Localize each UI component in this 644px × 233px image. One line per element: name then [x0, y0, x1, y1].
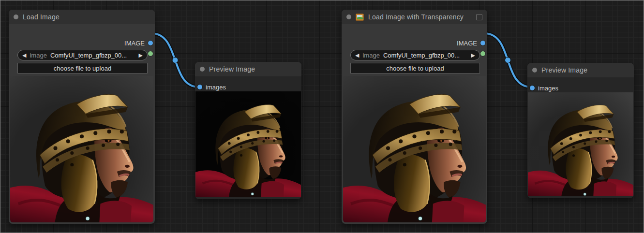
picture-icon	[356, 14, 364, 21]
mask-output-dot[interactable]	[148, 51, 153, 56]
collapse-dot[interactable]	[200, 67, 205, 72]
node-graph-canvas[interactable]: Load Image IMAGE MASK ◀ image ComfyUI_te…	[0, 0, 644, 233]
link-wire-left[interactable]	[151, 33, 199, 87]
node-title: Load Image with Transparency	[368, 13, 464, 21]
node-header[interactable]: Preview Image	[527, 63, 634, 77]
node-preview-image-left[interactable]: Preview Image images	[195, 62, 301, 199]
node-header[interactable]: Preview Image	[195, 62, 301, 76]
node-header[interactable]: Load Image with Transparency	[342, 10, 487, 24]
image-combo-widget[interactable]: ◀ image ComfyUI_temp_gfbzp_00... ▶	[17, 50, 148, 60]
image-combo-widget[interactable]: ◀ image ComfyUI_temp_gfbzp_00... ▶	[350, 50, 480, 60]
collapse-dot[interactable]	[532, 68, 537, 73]
node-header[interactable]: Load Image	[9, 10, 155, 24]
combo-next-icon[interactable]: ▶	[139, 53, 143, 58]
input-slot-label: images	[538, 85, 558, 92]
images-input-dot[interactable]	[530, 86, 535, 90]
combo-prev-icon[interactable]: ◀	[22, 53, 26, 58]
combo-label: image	[362, 52, 379, 59]
output-slot-image[interactable]: IMAGE	[457, 39, 485, 47]
node-title: Preview Image	[209, 65, 255, 73]
image-output-dot[interactable]	[480, 41, 485, 45]
node-title: Preview Image	[541, 66, 587, 74]
preview-image-thumbnail	[195, 91, 301, 197]
choose-file-button[interactable]: choose file to upload	[350, 63, 480, 73]
link-midpoint-dot	[172, 58, 178, 63]
link-midpoint-dot	[505, 58, 511, 63]
node-title: Load Image	[23, 13, 60, 21]
combo-value: ComfyUI_temp_gfbzp_00...	[383, 52, 460, 59]
node-preview-image-right[interactable]: Preview Image images	[527, 63, 634, 198]
combo-next-icon[interactable]: ▶	[471, 53, 475, 58]
input-slot-images[interactable]: images	[530, 84, 558, 92]
collapse-dot[interactable]	[14, 15, 18, 19]
combo-value: ComfyUI_temp_gfbzp_00...	[50, 52, 127, 59]
input-slot-label: images	[206, 84, 226, 91]
combo-prev-icon[interactable]: ◀	[355, 53, 359, 58]
mask-output-dot[interactable]	[480, 51, 485, 56]
node-load-image[interactable]: Load Image IMAGE MASK ◀ image ComfyUI_te…	[9, 10, 155, 224]
link-wire-right[interactable]	[484, 33, 531, 87]
node-image-thumbnail	[10, 76, 153, 222]
collapse-dot[interactable]	[346, 15, 351, 19]
output-slot-label: IMAGE	[457, 40, 477, 47]
choose-file-button[interactable]: choose file to upload	[17, 63, 148, 73]
header-checkbox[interactable]	[476, 14, 482, 20]
image-output-dot[interactable]	[148, 41, 153, 45]
output-slot-label: IMAGE	[124, 40, 145, 47]
combo-label: image	[30, 52, 46, 59]
output-slot-image[interactable]: IMAGE	[124, 39, 153, 47]
input-slot-images[interactable]: images	[197, 83, 226, 91]
preview-image-thumbnail	[528, 92, 633, 196]
node-image-thumbnail	[343, 76, 486, 222]
node-load-image-transparency[interactable]: Load Image with Transparency IMAGE MASK …	[342, 10, 487, 224]
images-input-dot[interactable]	[197, 85, 202, 89]
